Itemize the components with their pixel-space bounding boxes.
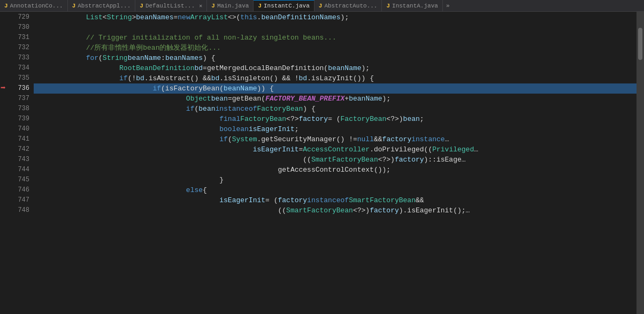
tab-label: InstantA.java: [392, 3, 438, 9]
code-line-735: if (!bd.isAbstract() && bd.isSingleton()…: [34, 73, 637, 83]
line-number: 739: [10, 114, 29, 124]
line-number: 730: [10, 22, 29, 33]
tab-icon: J: [386, 3, 390, 9]
debug-arrow-icon: ➡: [1, 83, 6, 94]
tab-label: Main.java: [217, 3, 249, 9]
tab-label: InstantC.java: [264, 3, 310, 9]
line-number: 741: [10, 134, 29, 144]
tab-icon: J: [319, 3, 323, 9]
tab-label: AbstractAuto...: [324, 3, 377, 9]
line-number: 734: [10, 63, 29, 73]
tab-label: DefaultList...: [145, 3, 195, 9]
tab-main[interactable]: J Main.java: [207, 0, 254, 11]
code-line-740: boolean isEagerInit;: [34, 124, 637, 134]
code-line-736: if (isFactoryBean(beanName)) {: [34, 83, 637, 94]
line-number: 737: [10, 94, 29, 104]
tab-abstract-auto[interactable]: J AbstractAuto...: [315, 0, 382, 11]
line-number: 743: [10, 155, 29, 165]
code-line-738: if (bean instanceof FactoryBean) {: [34, 104, 637, 114]
line-number: 735: [10, 73, 29, 83]
tab-instant-c[interactable]: J InstantC.java: [254, 0, 314, 11]
line-number: 745: [10, 175, 29, 185]
line-number: 748: [10, 205, 29, 216]
line-number: 738: [10, 104, 29, 114]
vertical-scrollbar[interactable]: [637, 12, 644, 314]
tab-icon: J: [72, 3, 76, 9]
tab-close-icon[interactable]: ✕: [199, 3, 202, 9]
scrollbar-thumb[interactable]: [638, 28, 642, 60]
line-number: 736: [10, 83, 29, 94]
line-number: 733: [10, 53, 29, 63]
code-line-748: ((SmartFactoryBean<?>) factory).isEagerI…: [34, 205, 637, 216]
tab-icon: J: [211, 3, 215, 9]
line-number: 747: [10, 195, 29, 205]
line-number: 742: [10, 144, 29, 155]
line-number: 740: [10, 124, 29, 134]
tab-bar: J AnnotationCo... J AbstractAppl... J De…: [0, 0, 644, 12]
tab-label: AnnotationCo...: [10, 3, 63, 9]
tab-label: AbstractAppl...: [78, 3, 131, 9]
code-area[interactable]: List<String> beanNames = new ArrayList<>…: [34, 12, 637, 314]
tab-overflow[interactable]: »: [443, 0, 453, 11]
code-line-745: }: [34, 175, 637, 185]
line-number: 731: [10, 33, 29, 43]
code-line-744: getAccessControlContext());: [34, 165, 637, 175]
code-line-733: for (String beanName : beanNames) {: [34, 53, 637, 63]
code-line-739: final FactoryBean<?> factory = (FactoryB…: [34, 114, 637, 124]
tab-icon: J: [4, 3, 8, 9]
code-line-743: ((SmartFactoryBean<?>) factory)::isEage…: [34, 155, 637, 165]
tab-default-list[interactable]: J DefaultList... ✕: [135, 0, 207, 11]
code-line-741: if (System.getSecurityManager() != null …: [34, 134, 637, 144]
code-line-729: List<String> beanNames = new ArrayList<>…: [34, 12, 637, 22]
tab-instant-a[interactable]: J InstantA.java: [382, 0, 442, 11]
code-line-732: //所有非惰性单例bean的触发器初始化...: [34, 43, 637, 53]
code-line-731: // Trigger initialization of all non-laz…: [34, 33, 637, 43]
tab-annotation[interactable]: J AnnotationCo...: [0, 0, 68, 11]
editor-container: ➡ 729 730 731 732 733 734 735 736 737 73…: [0, 12, 644, 314]
line-number: 744: [10, 165, 29, 175]
code-line-730: [34, 22, 637, 33]
code-line-734: RootBeanDefinition bd = getMergedLocalBe…: [34, 63, 637, 73]
line-number: 732: [10, 43, 29, 53]
tab-abstract-appl[interactable]: J AbstractAppl...: [68, 0, 136, 11]
left-gutter: ➡: [0, 12, 10, 314]
code-line-742: isEagerInit = AccessController.doPrivile…: [34, 144, 637, 155]
tab-icon: J: [258, 3, 262, 9]
line-number: 729: [10, 12, 29, 22]
code-line-746: else {: [34, 185, 637, 195]
code-line-737: Object bean = getBean(FACTORY_BEAN_PREFI…: [34, 94, 637, 104]
code-line-747: isEagerInit = (factory instanceof SmartF…: [34, 195, 637, 205]
line-numbers-gutter: 729 730 731 732 733 734 735 736 737 738 …: [10, 12, 34, 314]
line-number: 746: [10, 185, 29, 195]
tab-icon: J: [140, 3, 143, 9]
